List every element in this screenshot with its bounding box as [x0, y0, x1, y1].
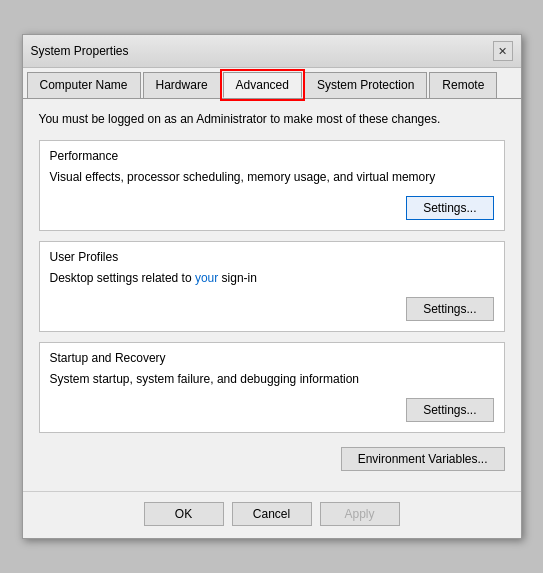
tab-remote[interactable]: Remote — [429, 72, 497, 98]
startup-recovery-title: Startup and Recovery — [50, 351, 494, 365]
admin-notice: You must be logged on as an Administrato… — [39, 111, 505, 128]
startup-recovery-settings-button[interactable]: Settings... — [406, 398, 493, 422]
dialog-button-bar: OK Cancel Apply — [23, 491, 521, 538]
performance-description: Visual effects, processor scheduling, me… — [50, 169, 494, 186]
user-profiles-title: User Profiles — [50, 250, 494, 264]
performance-settings-button[interactable]: Settings... — [406, 196, 493, 220]
env-variables-row: Environment Variables... — [39, 443, 505, 479]
startup-recovery-section: Startup and Recovery System startup, sys… — [39, 342, 505, 433]
startup-recovery-footer: Settings... — [50, 398, 494, 422]
user-profiles-description: Desktop settings related to your sign-in — [50, 270, 494, 287]
ok-button[interactable]: OK — [144, 502, 224, 526]
tab-bar: Computer Name Hardware Advanced System P… — [23, 68, 521, 99]
apply-button[interactable]: Apply — [320, 502, 400, 526]
tab-hardware[interactable]: Hardware — [143, 72, 221, 98]
title-bar: System Properties ✕ — [23, 35, 521, 68]
tab-advanced[interactable]: Advanced — [223, 72, 302, 98]
user-profiles-section: User Profiles Desktop settings related t… — [39, 241, 505, 332]
system-properties-window: System Properties ✕ Computer Name Hardwa… — [22, 34, 522, 538]
environment-variables-button[interactable]: Environment Variables... — [341, 447, 505, 471]
performance-footer: Settings... — [50, 196, 494, 220]
user-profiles-settings-button[interactable]: Settings... — [406, 297, 493, 321]
performance-section: Performance Visual effects, processor sc… — [39, 140, 505, 231]
tab-computer-name[interactable]: Computer Name — [27, 72, 141, 98]
startup-recovery-description: System startup, system failure, and debu… — [50, 371, 494, 388]
cancel-button[interactable]: Cancel — [232, 502, 312, 526]
window-title: System Properties — [31, 44, 129, 58]
close-button[interactable]: ✕ — [493, 41, 513, 61]
tab-content: You must be logged on as an Administrato… — [23, 99, 521, 490]
performance-title: Performance — [50, 149, 494, 163]
tab-system-protection[interactable]: System Protection — [304, 72, 427, 98]
user-profiles-footer: Settings... — [50, 297, 494, 321]
